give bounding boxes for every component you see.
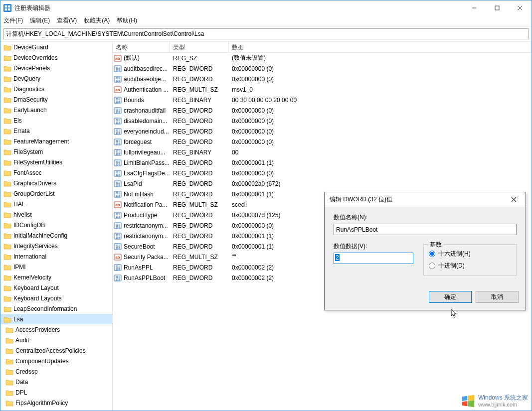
tree-item[interactable]: Audit — [0, 335, 112, 345]
tree-item-label: DevQuery — [13, 75, 40, 82]
cancel-button[interactable]: 取消 — [476, 291, 519, 303]
value-name: LsaCfgFlagsDe... — [124, 170, 170, 177]
tree-item[interactable]: AccessProviders — [0, 324, 112, 335]
value-name-label: 数值名称(N): — [334, 213, 517, 222]
col-header-data[interactable]: 数据 — [229, 42, 532, 52]
value-row[interactable]: Authentication ...REG_MULTI_SZmsv1_0 — [113, 84, 532, 95]
tree-item[interactable]: International — [0, 251, 112, 262]
tree-item[interactable]: DmaSecurity — [0, 94, 112, 105]
radix-hex-radio[interactable] — [429, 251, 435, 257]
value-row[interactable]: disabledomain...REG_DWORD0x00000000 (0) — [113, 116, 532, 126]
value-data: 0x00000000 (0) — [229, 107, 532, 114]
value-row[interactable]: LimitBlankPass...REG_DWORD0x00000001 (1) — [113, 157, 532, 168]
menu-view[interactable]: 查看(V) — [57, 16, 77, 25]
col-header-type[interactable]: 类型 — [170, 42, 229, 52]
tree-item[interactable]: GroupOrderList — [0, 188, 112, 199]
col-header-name[interactable]: 名称 — [113, 42, 170, 52]
tree-item[interactable]: GraphicsDrivers — [0, 178, 112, 188]
tree-item[interactable]: InitialMachineConfig — [0, 230, 112, 241]
value-row[interactable]: LsaCfgFlagsDe...REG_DWORD0x00000000 (0) — [113, 168, 532, 178]
value-data-field[interactable] — [334, 253, 413, 264]
tree-item[interactable]: Data — [0, 377, 112, 387]
tree-item[interactable]: Keyboard Layouts — [0, 293, 112, 303]
value-name: (默认) — [124, 54, 140, 62]
tree-item[interactable]: DevQuery — [0, 73, 112, 84]
value-name: Notification Pa... — [124, 201, 167, 208]
value-row[interactable]: BoundsREG_BINARY00 30 00 00 00 20 00 00 — [113, 95, 532, 105]
ok-button[interactable]: 确定 — [429, 291, 472, 303]
tree-item[interactable]: FontAssoc — [0, 167, 112, 178]
tree-item[interactable]: FipsAlgorithmPolicy — [0, 398, 112, 408]
folder-icon — [5, 400, 13, 407]
value-data: 0x00000000 (0) — [229, 76, 532, 83]
value-type-icon — [114, 243, 122, 251]
value-row[interactable]: fullprivilegeau...REG_BINARY00 — [113, 147, 532, 157]
tree-item[interactable]: FeatureManagement — [0, 136, 112, 146]
value-data: 0x00000000 (0) — [229, 128, 532, 135]
radix-dec-label: 十进制(D) — [438, 262, 465, 270]
tree-item[interactable]: Keyboard Layout — [0, 282, 112, 293]
close-button[interactable] — [509, 0, 532, 15]
value-type-icon — [114, 75, 122, 83]
minimize-button[interactable] — [463, 0, 486, 15]
menu-edit[interactable]: 编辑(E) — [30, 16, 50, 25]
tree-item[interactable]: Credssp — [0, 366, 112, 377]
tree-item-label: hivelist — [13, 211, 32, 218]
tree-item[interactable]: Lsa — [0, 314, 112, 324]
dialog-titlebar: 编辑 DWORD (32 位)值 — [325, 192, 526, 207]
tree-item[interactable]: FileSystem — [0, 146, 112, 157]
value-row[interactable]: (默认)REG_SZ(数值未设置) — [113, 53, 532, 63]
value-data: msv1_0 — [229, 86, 532, 93]
folder-icon — [3, 44, 11, 51]
address-input[interactable] — [3, 28, 529, 39]
value-type: REG_DWORD — [170, 65, 229, 72]
titlebar: 注册表编辑器 — [0, 0, 532, 15]
menu-file[interactable]: 文件(F) — [3, 16, 23, 25]
menu-help[interactable]: 帮助(H) — [117, 16, 137, 25]
value-type: REG_DWORD — [170, 180, 229, 187]
value-type-icon — [114, 253, 122, 261]
tree-item[interactable]: HAL — [0, 199, 112, 209]
tree-item[interactable]: LeapSecondInformation — [0, 303, 112, 314]
tree-item[interactable]: DevicePanels — [0, 63, 112, 73]
tree-item[interactable]: Els — [0, 115, 112, 126]
edit-dword-dialog: 编辑 DWORD (32 位)值 数值名称(N): 数值数据(V): 2 基数 — [324, 192, 526, 310]
tree-item[interactable]: DeviceGuard — [0, 42, 112, 52]
value-row[interactable]: auditbaseobje...REG_DWORD0x00000000 (0) — [113, 74, 532, 84]
tree-item[interactable]: EarlyLaunch — [0, 105, 112, 115]
tree-item[interactable]: CentralizedAccessPolicies — [0, 345, 112, 356]
tree-item[interactable]: IntegrityServices — [0, 241, 112, 251]
radix-dec-radio[interactable] — [429, 263, 435, 269]
value-data: 0x00000001 (1) — [229, 159, 532, 166]
tree-item[interactable]: Diagnostics — [0, 84, 112, 94]
tree-item[interactable]: IPMI — [0, 262, 112, 272]
value-row[interactable]: LsaPidREG_DWORD0x000002a0 (672) — [113, 178, 532, 189]
radix-legend: 基数 — [428, 241, 444, 249]
tree-pane[interactable]: DeviceGuardDeviceOverridesDevicePanelsDe… — [0, 42, 113, 411]
value-type-icon — [114, 96, 122, 104]
folder-icon — [5, 347, 13, 354]
tree-item[interactable]: FileSystemUtilities — [0, 157, 112, 167]
tree-item[interactable]: KernelVelocity — [0, 272, 112, 282]
tree-item[interactable]: DeviceOverrides — [0, 52, 112, 63]
tree-item[interactable]: GBG — [0, 408, 112, 411]
tree-item[interactable]: Errata — [0, 126, 112, 136]
tree-item[interactable]: ComponentUpdates — [0, 356, 112, 366]
value-name-field[interactable] — [334, 224, 517, 235]
value-type-icon — [114, 117, 122, 125]
tree-item[interactable]: IDConfigDB — [0, 220, 112, 230]
folder-icon — [3, 232, 11, 239]
dialog-close-button[interactable] — [507, 193, 521, 207]
maximize-button[interactable] — [486, 0, 509, 15]
menu-favorites[interactable]: 收藏夹(A) — [84, 16, 110, 25]
value-row[interactable]: crashonauditfailREG_DWORD0x00000000 (0) — [113, 105, 532, 116]
value-name: NoLmHash — [124, 191, 154, 198]
tree-item-label: DeviceOverrides — [13, 54, 58, 61]
value-row[interactable]: auditbasedirec...REG_DWORD0x00000000 (0) — [113, 63, 532, 74]
value-row[interactable]: forceguestREG_DWORD0x00000000 (0) — [113, 137, 532, 147]
value-row[interactable]: everyoneinclud...REG_DWORD0x00000000 (0) — [113, 126, 532, 137]
tree-item-label: FileSystem — [13, 148, 43, 155]
tree-item[interactable]: DPL — [0, 387, 112, 398]
tree-item[interactable]: hivelist — [0, 209, 112, 220]
value-type: REG_DWORD — [170, 107, 229, 114]
